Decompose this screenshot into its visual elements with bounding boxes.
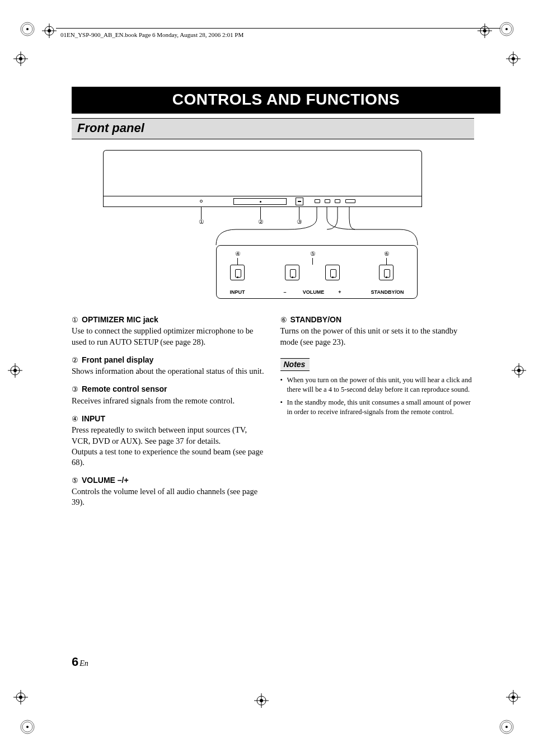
- item-2: ②Front panel display Shows information a…: [72, 355, 266, 377]
- note-item: In the standby mode, this unit consumes …: [280, 398, 475, 417]
- vol-minus-button-icon: [285, 265, 299, 280]
- item-title: Front panel display: [82, 355, 153, 364]
- leader-line: [386, 258, 387, 265]
- callout-6: ⑥: [382, 250, 391, 259]
- subsection-title: Front panel: [77, 121, 469, 135]
- section-title: CONTROLS AND FUNCTIONS: [72, 87, 500, 114]
- svg-point-23: [13, 369, 17, 372]
- panel-button-icon: [325, 199, 330, 203]
- item-title: VOLUME –/+: [82, 476, 129, 485]
- item-num: ②: [72, 355, 78, 365]
- item-body: Use to connect the supplied optimizer mi…: [72, 326, 266, 347]
- item-body: Receives infrared signals from the remot…: [72, 396, 266, 406]
- left-column: ①OPTIMIZER MIC jack Use to connect the s…: [72, 314, 266, 515]
- reg-mark-icon: [499, 719, 514, 735]
- svg-point-31: [19, 696, 22, 699]
- svg-point-35: [512, 696, 515, 699]
- item-1: ①OPTIMIZER MIC jack Use to connect the s…: [72, 314, 266, 348]
- subsection-bar: Front panel: [72, 118, 474, 139]
- header-rule: [56, 28, 500, 29]
- item-num: ①: [72, 315, 78, 325]
- crosshair-icon: [8, 363, 22, 378]
- svg-point-47: [483, 29, 486, 32]
- item-num: ⑤: [72, 476, 78, 485]
- page-lang: En: [79, 659, 88, 668]
- display-dot: [260, 201, 261, 203]
- svg-point-5: [505, 28, 508, 30]
- svg-point-11: [505, 726, 508, 728]
- button-detail-box: ④ ⑤ ⑥ INPUT – VOLUME + STANDBY/ON: [216, 245, 418, 299]
- item-num: ⑥: [280, 315, 287, 325]
- label-plus: +: [336, 289, 343, 295]
- item-title: INPUT: [82, 414, 105, 423]
- brace-connector-icon: [103, 207, 422, 246]
- crosshair-icon: [254, 693, 269, 708]
- svg-point-15: [19, 57, 22, 60]
- svg-point-43: [48, 29, 51, 32]
- reg-mark-icon: [499, 21, 514, 37]
- device-body: [103, 150, 422, 196]
- notes-list: When you turn on the power of this unit,…: [280, 375, 475, 417]
- note-item: When you turn on the power of this unit,…: [280, 375, 475, 395]
- svg-point-8: [26, 726, 29, 728]
- right-column: ⑥STANDBY/ON Turns on the power of this u…: [280, 314, 475, 515]
- notes-heading: Notes: [280, 355, 475, 375]
- crosshair-icon: [512, 363, 526, 378]
- crosshair-icon: [477, 24, 492, 38]
- description-columns: ①OPTIMIZER MIC jack Use to connect the s…: [72, 314, 474, 515]
- callout-4: ④: [233, 250, 242, 259]
- page-number: 6En: [72, 655, 88, 669]
- callout-5: ⑤: [308, 250, 317, 259]
- page-number-value: 6: [72, 655, 78, 669]
- mic-jack-icon: [200, 200, 203, 203]
- svg-point-39: [260, 699, 263, 702]
- svg-point-27: [517, 369, 521, 372]
- book-tag: 01EN_YSP-900_AB_EN.book Page 6 Monday, A…: [60, 31, 243, 38]
- panel-button-icon: [335, 199, 340, 203]
- crosshair-icon: [506, 51, 521, 66]
- item-num: ④: [72, 414, 78, 424]
- standby-button-icon: [379, 265, 394, 280]
- item-body: Press repeatedly to switch between input…: [72, 425, 266, 468]
- item-title: OPTIMIZER MIC jack: [82, 315, 158, 324]
- reg-mark-icon: [20, 21, 35, 37]
- item-title: STANDBY/ON: [291, 315, 342, 324]
- leader-line: [312, 258, 313, 265]
- item-4: ④INPUT Press repeatedly to switch betwee…: [72, 414, 266, 468]
- crosshair-icon: [13, 690, 28, 705]
- item-3: ③Remote control sensor Receives infrared…: [72, 384, 266, 406]
- panel-button-icon: [315, 199, 320, 203]
- label-standby: STANDBY/ON: [366, 289, 409, 295]
- label-input: INPUT: [222, 289, 252, 295]
- remote-sensor-icon: [296, 198, 303, 205]
- leader-line: [237, 258, 238, 265]
- device-strip: [103, 196, 422, 207]
- item-body: Turns on the power of this unit or sets …: [280, 326, 475, 347]
- panel-button-wide-icon: [345, 199, 355, 203]
- crosshair-icon: [13, 51, 28, 66]
- item-body: Shows information about the operational …: [72, 366, 266, 377]
- svg-point-2: [26, 28, 29, 30]
- item-num: ③: [72, 384, 78, 394]
- svg-point-19: [512, 57, 515, 60]
- input-button-icon: [230, 265, 245, 280]
- item-title: Remote control sensor: [82, 384, 167, 393]
- item-body: Controls the volume level of all audio c…: [72, 486, 266, 508]
- crosshair-icon: [506, 690, 521, 705]
- item-6: ⑥STANDBY/ON Turns on the power of this u…: [280, 314, 475, 348]
- reg-mark-icon: [20, 719, 35, 735]
- front-panel-diagram: ① ② ③ ④ ⑤ ⑥ INPUT – VOLUME + STANDBY/ON: [103, 147, 422, 309]
- label-minus: –: [282, 289, 288, 295]
- vol-plus-button-icon: [325, 265, 340, 280]
- item-5: ⑤VOLUME –/+ Controls the volume level of…: [72, 475, 266, 508]
- crosshair-icon: [42, 24, 57, 38]
- label-volume: VOLUME: [298, 289, 329, 295]
